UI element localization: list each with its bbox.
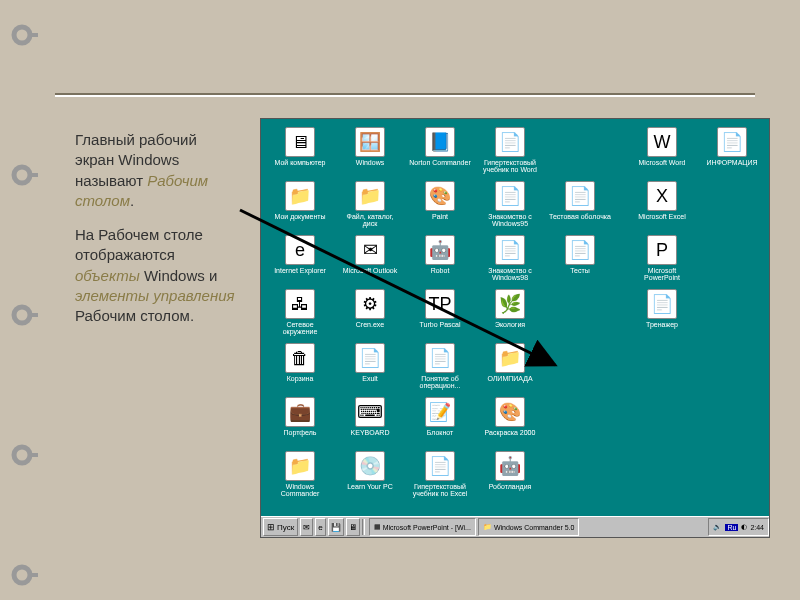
clock[interactable]: 2:44 [750,524,764,531]
description-text: Главный рабочий экран Windows называют Р… [75,130,240,340]
desktop-icon[interactable]: ⌨KEYBOARD [339,397,401,436]
desktop-icon[interactable]: 📄Понятие об операцион... [409,343,471,390]
desktop-icon[interactable]: 📄Тестовая оболочка [549,181,611,220]
task-label: Microsoft PowerPoint - [Wi... [383,524,471,531]
desktop-icon[interactable]: 🪟Windows [339,127,401,166]
icon-label: Microsoft Outlook [339,267,401,274]
desktop-icon[interactable]: eInternet Explorer [269,235,331,274]
app-icon: 📄 [495,235,525,265]
desktop-icon[interactable]: PMicrosoft PowerPoint [631,235,693,282]
app-icon: 📘 [425,127,455,157]
icon-label: Norton Commander [409,159,471,166]
highlight: объекты [75,267,140,284]
app-icon: 📁 [285,181,315,211]
svg-rect-5 [28,313,38,317]
quicklaunch-icon[interactable]: ✉ [300,518,313,536]
desktop-icon[interactable]: XMicrosoft Excel [631,181,693,220]
desktop-icon[interactable]: 📄Тесты [549,235,611,274]
taskbar[interactable]: ⊞ Пуск ✉ e 💾 🖥 ▦Microsoft PowerPoint - [… [261,516,769,537]
desktop-icon[interactable]: 💿Learn Your PC [339,451,401,490]
start-button[interactable]: ⊞ Пуск [263,518,298,536]
svg-rect-9 [28,573,38,577]
app-icon: 🪟 [355,127,385,157]
app-icon: 📁 [483,523,492,531]
app-icon: 📁 [285,451,315,481]
desktop-icon[interactable]: 🤖Роботландия [479,451,541,490]
desktop-icon[interactable]: 📄Гипертекстовый учебник по Word [479,127,541,174]
desktop-icon[interactable]: ⚙Cren.exe [339,289,401,328]
icon-label: Экология [479,321,541,328]
desktop-icon[interactable]: 🎨Раскраска 2000 [479,397,541,436]
lang-indicator[interactable]: Ru [725,524,738,531]
ring-decoration [10,160,40,190]
taskbar-task[interactable]: 📁Windows Commander 5.0 [478,518,580,536]
quicklaunch-icon[interactable]: 🖥 [346,518,360,536]
svg-point-4 [14,307,30,323]
desktop-icon[interactable]: WMicrosoft Word [631,127,693,166]
desktop-icon[interactable]: TPTurbo Pascal [409,289,471,328]
app-icon: 🖥 [285,127,315,157]
windows-logo-icon: ⊞ [267,522,275,532]
icon-label: Robot [409,267,471,274]
icon-label: Раскраска 2000 [479,429,541,436]
quicklaunch-icon[interactable]: 💾 [328,518,344,536]
app-icon: 📄 [717,127,747,157]
icon-label: Тесты [549,267,611,274]
icon-label: Блокнот [409,429,471,436]
desktop-icon[interactable]: 📝Блокнот [409,397,471,436]
tray-icon[interactable]: ◐ [741,523,747,531]
app-icon: 🤖 [495,451,525,481]
text: Рабочим столом. [75,307,194,324]
desktop-icon[interactable]: 🎨Paint [409,181,471,220]
desktop-icon[interactable]: 🤖Robot [409,235,471,274]
desktop-icon[interactable]: 📁Мои документы [269,181,331,220]
desktop-icon[interactable]: 💼Портфель [269,397,331,436]
app-icon: 📄 [565,181,595,211]
app-icon: 💿 [355,451,385,481]
desktop-icon[interactable]: 📄Exult [339,343,401,382]
desktop-icon[interactable]: 📁Windows Commander [269,451,331,498]
icon-label: KEYBOARD [339,429,401,436]
tray-icon[interactable]: 🔊 [713,523,722,531]
app-icon: P [647,235,677,265]
icon-label: Turbo Pascal [409,321,471,328]
highlight: элементы управления [75,287,235,304]
desktop-icon[interactable]: 📁Файл, каталог, диск [339,181,401,228]
icon-label: Сетевое окружение [269,321,331,336]
app-icon: 🤖 [425,235,455,265]
app-icon: e [285,235,315,265]
desktop-area[interactable]: 🖥Мой компьютер🪟Windows📘Norton Commander📄… [261,119,769,517]
app-icon: 📄 [355,343,385,373]
icon-label: Learn Your PC [339,483,401,490]
desktop-icon[interactable]: 📄Тренажер [631,289,693,328]
icon-label: ИНФОРМАЦИЯ [701,159,763,166]
svg-point-6 [14,447,30,463]
app-icon: 🌿 [495,289,525,319]
text: . [130,192,134,209]
desktop-icon[interactable]: 📄Знакомство с Windows95 [479,181,541,228]
ring-decoration [10,20,40,50]
start-label: Пуск [277,523,294,532]
icon-label: Гипертекстовый учебник по Excel [409,483,471,498]
desktop-icon[interactable]: 🗑Корзина [269,343,331,382]
icon-label: Paint [409,213,471,220]
app-icon: 📄 [565,235,595,265]
desktop-icon[interactable]: 📄ИНФОРМАЦИЯ [701,127,763,166]
svg-point-2 [14,167,30,183]
desktop-icon[interactable]: 📘Norton Commander [409,127,471,166]
desktop-icon[interactable]: 📄Гипертекстовый учебник по Excel [409,451,471,498]
desktop-icon[interactable]: 🖥Мой компьютер [269,127,331,166]
app-icon: 📄 [495,127,525,157]
app-icon: ⌨ [355,397,385,427]
desktop-icon[interactable]: 🖧Сетевое окружение [269,289,331,336]
quicklaunch-icon[interactable]: e [315,518,325,536]
taskbar-task[interactable]: ▦Microsoft PowerPoint - [Wi... [369,518,476,536]
svg-rect-7 [28,453,38,457]
desktop-icon[interactable]: 📄Знакомство с Windows98 [479,235,541,282]
desktop-icon[interactable]: 📁ОЛИМПИАДА [479,343,541,382]
windows-desktop-screenshot: 🖥Мой компьютер🪟Windows📘Norton Commander📄… [260,118,770,538]
icon-label: Exult [339,375,401,382]
desktop-icon[interactable]: ✉Microsoft Outlook [339,235,401,274]
desktop-icon[interactable]: 🌿Экология [479,289,541,328]
system-tray[interactable]: 🔊 Ru ◐ 2:44 [708,518,769,536]
